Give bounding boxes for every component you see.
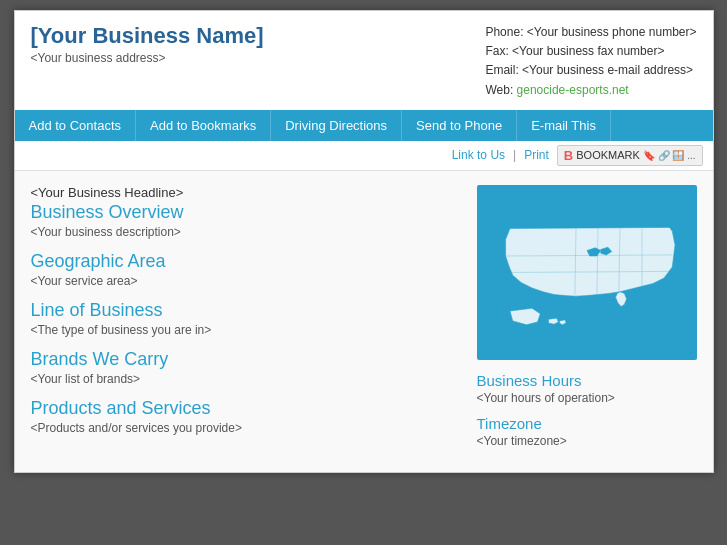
- timezone-title: Timezone: [477, 415, 697, 432]
- nav-add-bookmarks[interactable]: Add to Bookmarks: [136, 110, 271, 141]
- geo-desc: <Your service area>: [31, 274, 461, 288]
- content-left: <Your Business Headline> Business Overvi…: [31, 185, 477, 458]
- bookmark-label: BOOKMARK: [576, 149, 640, 161]
- content-right: Business Hours <Your hours of operation>…: [477, 185, 697, 458]
- business-headline: <Your Business Headline>: [31, 185, 461, 200]
- nav-driving-directions[interactable]: Driving Directions: [271, 110, 402, 141]
- overview-desc: <Your business description>: [31, 225, 461, 239]
- geo-title: Geographic Area: [31, 251, 461, 272]
- print-link[interactable]: Print: [524, 148, 549, 162]
- email-label: Email: <Your business e-mail address>: [485, 61, 696, 80]
- hours-title: Business Hours: [477, 372, 697, 389]
- overview-title: Business Overview: [31, 202, 461, 223]
- products-title: Products and Services: [31, 398, 461, 419]
- toolbar-row: Link to Us | Print B BOOKMARK 🔖 🔗 🪟 ...: [15, 141, 713, 171]
- navbar: Add to Contacts Add to Bookmarks Driving…: [15, 110, 713, 141]
- main-content: <Your Business Headline> Business Overvi…: [15, 171, 713, 472]
- nav-add-contacts[interactable]: Add to Contacts: [15, 110, 137, 141]
- toolbar-divider: |: [513, 148, 516, 162]
- web-url[interactable]: genocide-esports.net: [517, 83, 629, 97]
- nav-send-to-phone[interactable]: Send to Phone: [402, 110, 517, 141]
- hours-desc: <Your hours of operation>: [477, 391, 697, 405]
- business-address: <Your business address>: [31, 51, 264, 65]
- header-right: Phone: <Your business phone number> Fax:…: [485, 23, 696, 100]
- brands-title: Brands We Carry: [31, 349, 461, 370]
- us-map: [477, 185, 697, 360]
- bookmark-icons: 🔖 🔗 🪟 ...: [643, 150, 696, 161]
- web-row: Web: genocide-esports.net: [485, 81, 696, 100]
- lob-desc: <The type of business you are in>: [31, 323, 461, 337]
- business-name: [Your Business Name]: [31, 23, 264, 49]
- lob-title: Line of Business: [31, 300, 461, 321]
- brands-desc: <Your list of brands>: [31, 372, 461, 386]
- bookmark-button[interactable]: B BOOKMARK 🔖 🔗 🪟 ...: [557, 145, 703, 166]
- timezone-desc: <Your timezone>: [477, 434, 697, 448]
- products-desc: <Products and/or services you provide>: [31, 421, 461, 435]
- page-wrapper: [Your Business Name] <Your business addr…: [14, 10, 714, 473]
- link-to-us[interactable]: Link to Us: [452, 148, 505, 162]
- web-label: Web:: [485, 83, 513, 97]
- fax-label: Fax: <Your business fax number>: [485, 42, 696, 61]
- bookmark-b-icon: B: [564, 148, 573, 163]
- header: [Your Business Name] <Your business addr…: [15, 11, 713, 110]
- phone-label: Phone: <Your business phone number>: [485, 23, 696, 42]
- header-left: [Your Business Name] <Your business addr…: [31, 23, 264, 65]
- nav-email-this[interactable]: E-mail This: [517, 110, 611, 141]
